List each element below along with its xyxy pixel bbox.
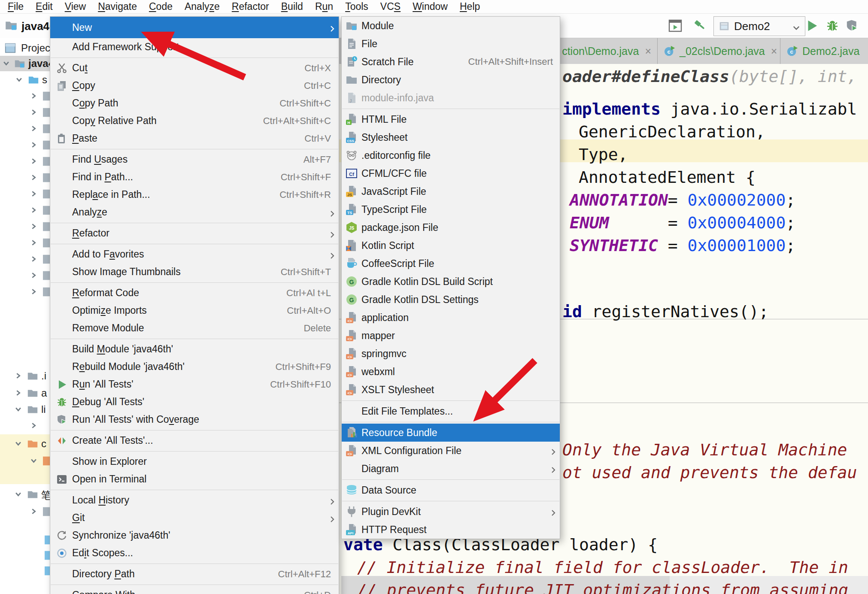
menu-item-module[interactable]: Module xyxy=(342,17,560,35)
chevron-right-icon[interactable] xyxy=(15,389,22,397)
menubar-run[interactable]: Run xyxy=(309,1,339,12)
menu-item-copy-relative-path[interactable]: Copy Relative PathCtrl+Alt+Shift+C xyxy=(50,112,339,130)
run-button[interactable] xyxy=(804,18,819,33)
menu-item-create-all-tests[interactable]: Create 'All Tests'... xyxy=(50,432,339,449)
menu-item-open-in-terminal[interactable]: Open in Terminal xyxy=(50,470,339,488)
menu-item-remove-module[interactable]: Remove ModuleDelete xyxy=(50,319,339,337)
build-project-button[interactable] xyxy=(692,18,707,33)
menu-item-file[interactable]: File xyxy=(342,35,560,53)
menu-item-find-usages[interactable]: Find UsagesAlt+F7 xyxy=(50,151,339,168)
menu-item-typescript-file[interactable]: TSTypeScript File xyxy=(342,200,560,218)
menubar-vcs[interactable]: VCS xyxy=(374,1,407,12)
chevron-right-icon[interactable] xyxy=(30,508,37,515)
chevron-right-icon[interactable] xyxy=(30,206,37,214)
menu-item-rebuild-module-java46th[interactable]: Rebuild Module 'java46th'Ctrl+Shift+F9 xyxy=(50,358,339,376)
menu-item-gradle-kotlin-dsl-build-script[interactable]: GGradle Kotlin DSL Build Script xyxy=(342,273,560,291)
chevron-right-icon[interactable] xyxy=(30,288,37,295)
menu-item-data-source[interactable]: Data Source xyxy=(342,481,560,499)
editor-tab-demo2-java[interactable]: cDemo2.java xyxy=(780,38,868,64)
menu-item-directory[interactable]: Directory xyxy=(342,71,560,89)
chevron-down-icon[interactable] xyxy=(15,76,23,83)
menu-item-html-file[interactable]: HHTML File xyxy=(342,110,560,128)
menubar-navigate[interactable]: Navigate xyxy=(92,1,143,12)
menubar-analyze[interactable]: Analyze xyxy=(179,1,226,12)
menubar-help[interactable]: Help xyxy=(454,1,486,12)
menu-item-replace-in-path[interactable]: Replace in Path...Ctrl+Shift+R xyxy=(50,186,339,203)
chevron-down-icon[interactable] xyxy=(30,457,37,464)
chevron-down-icon[interactable] xyxy=(15,491,22,498)
close-icon[interactable]: × xyxy=(645,45,651,58)
menu-item-paste[interactable]: PasteCtrl+V xyxy=(50,130,339,147)
menubar-edit[interactable]: Edit xyxy=(30,1,59,12)
menu-item-edit-file-templates[interactable]: Edit File Templates... xyxy=(342,402,560,420)
menu-item-directory-path[interactable]: Directory PathCtrl+Alt+F12 xyxy=(50,565,339,583)
chevron-right-icon[interactable] xyxy=(30,109,37,116)
chevron-right-icon[interactable] xyxy=(30,125,37,132)
menu-item-analyze[interactable]: Analyze xyxy=(50,203,339,221)
menu-item-add-to-favorites[interactable]: Add to Favorites xyxy=(50,245,339,263)
menu-item-cfml-cfc-file[interactable]: CfCFML/CFC file xyxy=(342,164,560,182)
menu-item-edit-scopes[interactable]: Edit Scopes... xyxy=(50,544,339,562)
menu-item-optimize-imports[interactable]: Optimize ImportsCtrl+Alt+O xyxy=(50,302,339,319)
chevron-right-icon[interactable] xyxy=(30,190,37,197)
menu-item-application[interactable]: <>application xyxy=(342,309,560,327)
menu-item-javascript-file[interactable]: JSJavaScript File xyxy=(342,182,560,200)
menubar-code[interactable]: Code xyxy=(143,1,179,12)
chevron-right-icon[interactable] xyxy=(30,92,37,100)
menu-item-diagram[interactable]: Diagram xyxy=(342,460,560,478)
menu-item-resource-bundle[interactable]: Resource Bundle xyxy=(342,424,560,442)
menu-item-git[interactable]: Git xyxy=(50,509,339,527)
menu-item-new[interactable]: New xyxy=(50,17,339,38)
chevron-right-icon[interactable] xyxy=(30,239,37,246)
menu-item-refactor[interactable]: Refactor xyxy=(50,224,339,242)
coverage-button[interactable] xyxy=(845,18,859,33)
menu-item-scratch-file[interactable]: Scratch FileCtrl+Alt+Shift+Insert xyxy=(342,53,560,71)
chevron-down-icon[interactable] xyxy=(15,440,22,447)
menu-item-run-all-tests-with-coverage[interactable]: Run 'All Tests' with Coverage xyxy=(50,411,339,428)
chevron-right-icon[interactable] xyxy=(30,422,37,429)
menu-item-reformat-code[interactable]: Reformat CodeCtrl+Al t+L xyxy=(50,284,339,302)
menubar-file[interactable]: File xyxy=(2,1,30,12)
chevron-right-icon[interactable] xyxy=(30,158,37,165)
menu-item-compare-with[interactable]: Compare With...Ctrl+D xyxy=(50,586,339,594)
menu-item-run-all-tests[interactable]: Run 'All Tests'Ctrl+Shift+F10 xyxy=(50,376,339,393)
menu-item-local-history[interactable]: Local History xyxy=(50,491,339,509)
menu-item-build-module-java46th[interactable]: Build Module 'java46th' xyxy=(50,340,339,358)
chevron-right-icon[interactable] xyxy=(30,255,37,263)
project-panel-header[interactable]: Projec xyxy=(0,40,50,56)
editor-tab-02cls-demo-java[interactable]: c_02cls\Demo.java× xyxy=(657,38,780,64)
chevron-right-icon[interactable] xyxy=(30,141,37,148)
menubar-build[interactable]: Build xyxy=(275,1,309,12)
chevron-right-icon[interactable] xyxy=(15,372,22,379)
menubar-refactor[interactable]: Refactor xyxy=(226,1,275,12)
menu-item-kotlin-script[interactable]: Kotlin Script xyxy=(342,236,560,255)
close-icon[interactable]: × xyxy=(771,45,777,58)
chevron-right-icon[interactable] xyxy=(30,272,37,279)
menu-item-stylesheet[interactable]: CSSStylesheet xyxy=(342,128,560,146)
menu-item-http-request[interactable]: APIHTTP Request xyxy=(342,521,560,539)
menu-item-editorconfig-file[interactable]: .editorconfig file xyxy=(342,146,560,164)
menubar-view[interactable]: View xyxy=(59,1,92,12)
chevron-down-icon[interactable] xyxy=(15,406,22,413)
chevron-down-icon[interactable] xyxy=(3,60,10,67)
menu-item-copy[interactable]: CopyCtrl+C xyxy=(50,77,339,94)
menu-item-cut[interactable]: CutCtrl+X xyxy=(50,59,339,77)
menu-item-debug-all-tests[interactable]: Debug 'All Tests' xyxy=(50,393,339,411)
run-anything-button[interactable] xyxy=(668,18,683,33)
run-config-select[interactable]: Demo2 xyxy=(713,16,805,36)
menu-item-webxml[interactable]: <>webxml xyxy=(342,363,560,381)
menu-item-add-framework-support[interactable]: Add Framework Support... xyxy=(50,38,339,56)
menu-item-module-info-java[interactable]: Jmodule-info.java xyxy=(342,89,560,107)
menu-item-find-in-path[interactable]: Find in Path...Ctrl+Shift+F xyxy=(50,168,339,186)
menu-item-show-image-thumbnails[interactable]: Show Image ThumbnailsCtrl+Shift+T xyxy=(50,263,339,281)
chevron-right-icon[interactable] xyxy=(30,223,37,230)
menu-item-xslt-stylesheet[interactable]: <>XSLT Stylesheet xyxy=(342,381,560,399)
menu-item-package-json-file[interactable]: JSpackage.json File xyxy=(342,218,560,236)
menu-item-springmvc[interactable]: <>springmvc xyxy=(342,345,560,363)
menubar-tools[interactable]: Tools xyxy=(339,1,374,12)
debug-button[interactable] xyxy=(825,18,840,33)
menu-item-xml-configuration-file[interactable]: <>XML Configuration File xyxy=(342,442,560,460)
menu-item-plugin-devkit[interactable]: Plugin DevKit xyxy=(342,503,560,521)
menu-item-mapper[interactable]: <>mapper xyxy=(342,327,560,345)
menu-item-synchronize-java46th[interactable]: Synchronize 'java46th' xyxy=(50,527,339,544)
